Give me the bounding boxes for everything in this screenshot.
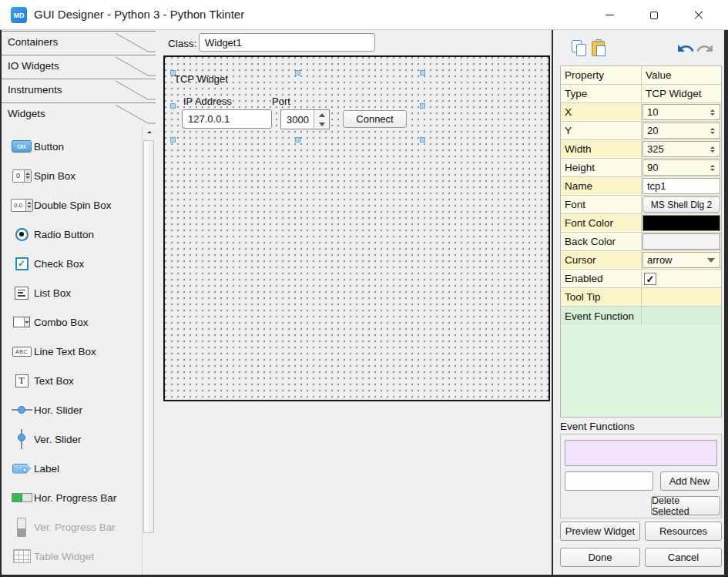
scrollbar-thumb[interactable] xyxy=(143,140,154,533)
back-color-swatch[interactable] xyxy=(642,233,720,250)
pane-splitter[interactable] xyxy=(552,30,553,577)
done-button[interactable]: Done xyxy=(560,548,640,567)
resize-handle-top-left[interactable] xyxy=(170,70,176,75)
port-spin-down-icon[interactable] xyxy=(314,119,329,129)
palette-item-label: Ver. Progress Bar xyxy=(34,522,116,533)
port-spinbox[interactable]: 3000 xyxy=(280,109,330,129)
palette-item-label: Text Box xyxy=(34,375,74,387)
close-button[interactable] xyxy=(681,0,716,30)
maximize-icon xyxy=(650,12,658,19)
palette-item-label: Double Spin Box xyxy=(34,200,112,211)
ip-address-input[interactable] xyxy=(182,109,272,129)
section-instruments[interactable]: Instruments xyxy=(2,79,156,102)
app-window: MD GUI Designer - Python 3 - Python Tkin… xyxy=(0,0,728,577)
height-spinbox[interactable]: 90 xyxy=(642,159,720,176)
font-color-swatch[interactable] xyxy=(642,215,720,231)
palette-item-button[interactable]: OK Button xyxy=(2,132,142,161)
event-function-value[interactable] xyxy=(642,307,721,325)
close-icon xyxy=(694,11,703,20)
redo-button[interactable] xyxy=(696,39,714,58)
scroll-up-icon[interactable] xyxy=(143,126,156,139)
resources-button[interactable]: Resources xyxy=(645,522,722,541)
palette-item-hor-progress-bar[interactable]: Hor. Progress Bar xyxy=(2,483,142,512)
event-function-area[interactable] xyxy=(560,325,722,418)
class-name-input[interactable] xyxy=(199,33,375,52)
resize-handle-mid-left[interactable] xyxy=(170,103,176,109)
text-box-icon: T xyxy=(11,371,32,391)
design-pane: Class: TCP Widget IP Address Port 3000 xyxy=(156,31,552,577)
cursor-dropdown[interactable]: arrow xyxy=(642,252,720,268)
palette-item-label: List Box xyxy=(34,287,71,299)
paste-button[interactable] xyxy=(590,39,609,58)
connect-button[interactable]: Connect xyxy=(343,110,407,128)
minimize-button[interactable] xyxy=(592,0,627,30)
font-button[interactable]: MS Shell Dlg 2 xyxy=(642,196,720,213)
name-input[interactable] xyxy=(642,178,720,194)
tab-edge-decoration xyxy=(2,79,156,103)
event-functions-label: Event Functions xyxy=(560,421,635,432)
palette-item-label-widget[interactable]: Label xyxy=(2,454,142,483)
type-value: TCP Widget xyxy=(642,88,706,99)
design-canvas[interactable]: TCP Widget IP Address Port 3000 Connect xyxy=(163,55,550,401)
palette-item-double-spin-box[interactable]: 0.0 Double Spin Box xyxy=(2,190,142,220)
tcp-widget-title: TCP Widget xyxy=(174,73,228,85)
delete-selected-button[interactable]: Delete Selected xyxy=(651,496,720,515)
app-icon: MD xyxy=(11,7,27,23)
enabled-checkbox[interactable]: ✓ xyxy=(644,273,656,285)
palette-item-label: Label xyxy=(34,463,59,475)
column-header-value: Value xyxy=(642,66,721,84)
palette-item-line-text-box[interactable]: ABC Line Text Box xyxy=(2,337,142,366)
button-ok-icon: OK xyxy=(11,136,32,156)
double-spin-box-icon: 0.0 xyxy=(11,195,32,215)
palette-item-spin-box[interactable]: 0 Spin Box xyxy=(2,161,142,190)
palette-item-label: Hor. Progress Bar xyxy=(34,492,116,504)
preview-widget-button[interactable]: Preview Widget xyxy=(560,522,640,541)
palette-item-radio-button[interactable]: Radio Button xyxy=(2,220,142,249)
column-header-property: Property xyxy=(561,66,642,84)
resize-handle-bottom-right[interactable] xyxy=(420,137,425,143)
line-text-box-icon: ABC xyxy=(11,341,32,361)
event-functions-listbox[interactable] xyxy=(565,440,717,466)
undo-button[interactable] xyxy=(676,39,695,58)
palette-item-label: Ver. Slider xyxy=(34,434,82,445)
property-table: Property Value Type TCP Widget X 10 Y 20… xyxy=(560,65,722,326)
palette-item-combo-box[interactable]: Combo Box xyxy=(2,307,142,337)
combo-box-icon xyxy=(11,312,32,332)
palette-item-list-box[interactable]: List Box xyxy=(2,278,142,307)
section-widgets[interactable]: Widgets xyxy=(2,102,156,126)
property-row-y: Y 20 xyxy=(561,122,721,140)
resize-handle-bottom-mid[interactable] xyxy=(295,137,300,143)
property-row-tool-tip: Tool Tip xyxy=(561,288,721,307)
property-row-event-function: Event Function xyxy=(561,307,721,325)
resize-handle-top-right[interactable] xyxy=(420,70,425,75)
palette-scrollbar[interactable] xyxy=(142,126,155,577)
width-spinbox[interactable]: 325 xyxy=(642,141,720,157)
section-containers[interactable]: Containers xyxy=(2,31,156,55)
new-event-function-input[interactable] xyxy=(565,471,653,491)
maximize-button[interactable] xyxy=(636,0,672,30)
palette-item-label: Spin Box xyxy=(34,170,75,182)
add-new-button[interactable]: Add New xyxy=(660,471,719,491)
tcp-widget-selection[interactable]: TCP Widget IP Address Port 3000 Connect xyxy=(173,72,423,140)
resize-handle-top-mid[interactable] xyxy=(295,70,300,75)
section-io-widgets[interactable]: IO Widgets xyxy=(2,55,156,79)
palette-item-text-box[interactable]: T Text Box xyxy=(2,366,142,395)
chevron-down-icon xyxy=(707,258,715,263)
palette-item-hor-slider[interactable]: Hor. Slider xyxy=(2,395,142,424)
resize-handle-bottom-left[interactable] xyxy=(170,137,176,143)
cancel-button[interactable]: Cancel xyxy=(645,548,722,567)
tool-tip-value[interactable] xyxy=(642,288,721,306)
palette-item-label: Table Widget xyxy=(34,551,94,562)
palette-item-check-box[interactable]: ✓ Check Box xyxy=(2,249,142,278)
port-spin-up-icon[interactable] xyxy=(314,110,329,119)
list-box-icon xyxy=(11,283,32,303)
property-row-type: Type TCP Widget xyxy=(561,85,721,103)
resize-handle-mid-right[interactable] xyxy=(420,103,425,109)
palette-item-ver-slider[interactable]: Ver. Slider xyxy=(2,424,142,454)
x-spinbox[interactable]: 10 xyxy=(642,104,720,120)
y-spinbox[interactable]: 20 xyxy=(642,122,720,139)
tab-edge-decoration xyxy=(2,103,156,127)
redo-icon xyxy=(696,39,714,58)
property-table-header: Property Value xyxy=(561,66,721,85)
copy-button[interactable] xyxy=(570,39,589,58)
